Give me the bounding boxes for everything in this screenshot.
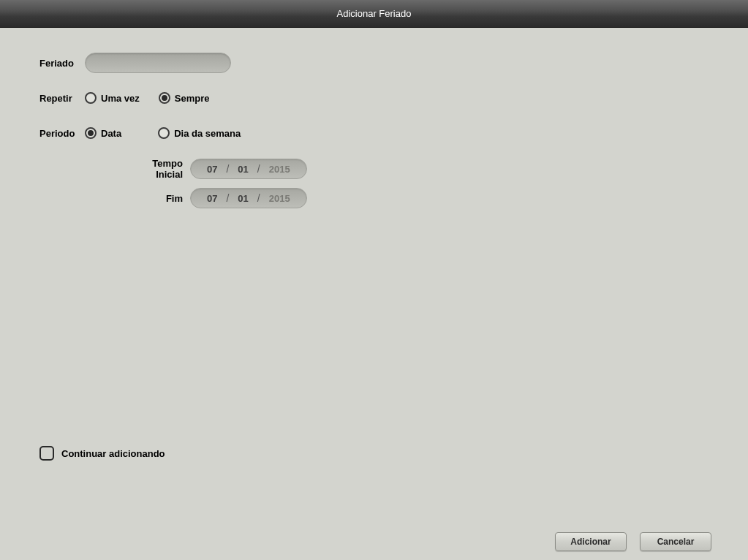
row-periodo: Periodo Data Dia da semana xyxy=(39,123,709,143)
cancelar-button-label: Cancelar xyxy=(657,537,695,547)
adicionar-button-label: Adicionar xyxy=(570,537,611,547)
row-tempo-inicial: Tempo Inicial 07 / 01 / 2015 xyxy=(124,158,709,180)
label-fim: Fim xyxy=(124,193,190,204)
dialog-buttons: Adicionar Cancelar xyxy=(555,532,711,551)
radio-circle-icon xyxy=(159,92,170,104)
repetir-radio-group: Uma vez Sempre xyxy=(85,92,221,104)
radio-dia-semana[interactable]: Dia da semana xyxy=(158,127,241,139)
end-day[interactable]: 01 xyxy=(232,193,254,204)
radio-label-dia-semana: Dia da semana xyxy=(174,128,241,139)
dialog-content: Feriado Repetir Uma vez Sempre Periodo xyxy=(0,28,748,560)
label-periodo: Periodo xyxy=(39,128,85,139)
end-month[interactable]: 07 xyxy=(201,193,223,204)
dialog-title: Adicionar Feriado xyxy=(337,8,412,19)
slash-icon: / xyxy=(254,163,263,175)
row-fim: Fim 07 / 01 / 2015 xyxy=(124,187,709,209)
start-year[interactable]: 2015 xyxy=(263,164,296,175)
periodo-radio-group: Data Dia da semana xyxy=(85,127,252,139)
radio-label-data: Data xyxy=(101,128,121,139)
end-year[interactable]: 2015 xyxy=(263,193,296,204)
radio-sempre[interactable]: Sempre xyxy=(159,92,210,104)
start-month[interactable]: 07 xyxy=(201,164,223,175)
start-day[interactable]: 01 xyxy=(232,164,254,175)
end-date-input[interactable]: 07 / 01 / 2015 xyxy=(190,188,307,208)
adicionar-button[interactable]: Adicionar xyxy=(555,532,627,551)
checkbox-continuar[interactable] xyxy=(39,446,54,461)
label-tempo-inicial: Tempo Inicial xyxy=(124,158,190,180)
radio-label-sempre: Sempre xyxy=(175,93,210,104)
cancelar-button[interactable]: Cancelar xyxy=(640,532,711,551)
label-feriado: Feriado xyxy=(39,58,85,69)
feriado-input[interactable] xyxy=(85,53,231,73)
row-continuar: Continuar adicionando xyxy=(39,446,165,461)
form-area: Feriado Repetir Uma vez Sempre Periodo xyxy=(39,53,709,216)
radio-circle-icon xyxy=(85,92,97,104)
date-section: Tempo Inicial 07 / 01 / 2015 Fim 07 / 01… xyxy=(124,158,709,209)
label-continuar: Continuar adicionando xyxy=(61,448,165,459)
radio-data[interactable]: Data xyxy=(85,127,121,139)
row-repetir: Repetir Uma vez Sempre xyxy=(39,88,709,108)
label-repetir: Repetir xyxy=(39,93,85,104)
radio-uma-vez[interactable]: Uma vez xyxy=(85,92,140,104)
radio-label-uma-vez: Uma vez xyxy=(101,93,140,104)
radio-circle-icon xyxy=(85,127,97,139)
slash-icon: / xyxy=(223,192,232,204)
slash-icon: / xyxy=(223,163,232,175)
radio-circle-icon xyxy=(158,127,170,139)
slash-icon: / xyxy=(254,192,263,204)
row-feriado: Feriado xyxy=(39,53,709,73)
title-bar: Adicionar Feriado xyxy=(0,0,748,28)
start-date-input[interactable]: 07 / 01 / 2015 xyxy=(190,159,307,179)
